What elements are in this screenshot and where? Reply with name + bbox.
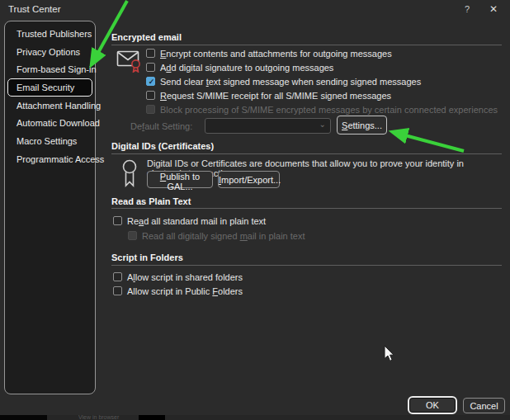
section-title-read-plain-text: Read as Plain Text	[111, 196, 191, 206]
settings-button[interactable]: Settings...	[337, 116, 387, 134]
section-title-encrypted-email: Encrypted email	[111, 32, 182, 42]
checkbox-encrypt-contents[interactable]	[146, 49, 155, 58]
trust-center-dialog: Trust Center ? ✕ Trusted Publishers Priv…	[0, 0, 510, 415]
divider	[111, 153, 502, 154]
default-setting-label: Default Setting:	[130, 121, 192, 131]
background-window-strip: View in browser	[0, 415, 510, 420]
background-segment	[0, 415, 47, 420]
ok-button[interactable]: OK	[408, 396, 457, 414]
option-row-read-standard-mail: Read all standard mail in plain text	[113, 214, 266, 228]
encrypted-envelope-icon	[116, 49, 143, 73]
script-folder-options: Allow script in shared folders Allow scr…	[113, 270, 243, 298]
sidebar-item-attachment-handling[interactable]: Attachment Handling	[7, 97, 92, 115]
checkbox-label[interactable]: Request S/MIME receipt for all S/MIME si…	[160, 91, 391, 101]
sidebar-item-macro-settings[interactable]: Macro Settings	[7, 132, 92, 150]
sidebar-item-form-based-sign-in[interactable]: Form-based Sign-in	[7, 60, 92, 78]
title-bar: Trust Center ? ✕	[0, 0, 510, 20]
sidebar-item-trusted-publishers[interactable]: Trusted Publishers	[7, 25, 92, 43]
sidebar-item-email-security[interactable]: Email Security	[7, 78, 92, 97]
chevron-down-icon: ⌄	[319, 120, 326, 129]
checkbox-label[interactable]: Add digital signature to outgoing messag…	[160, 63, 333, 73]
checkbox-read-standard-mail[interactable]	[113, 216, 122, 225]
dialog-title: Trust Center	[8, 4, 60, 14]
option-row-encrypt-contents: Encrypt contents and attachments for out…	[146, 46, 498, 60]
sidebar-item-programmatic-access[interactable]: Programmatic Access	[7, 150, 92, 168]
checkbox-allow-script-shared[interactable]	[113, 272, 122, 281]
checkbox-request-smime-receipt[interactable]	[146, 91, 155, 100]
option-row-request-smime-receipt: Request S/MIME receipt for all S/MIME si…	[146, 88, 498, 102]
option-row-add-digital-signature: Add digital signature to outgoing messag…	[146, 60, 498, 74]
checkbox-send-clear-text[interactable]	[146, 77, 155, 86]
divider	[111, 208, 502, 209]
option-row-allow-script-shared: Allow script in shared folders	[113, 270, 243, 284]
option-row-send-clear-text: Send clear text signed message when send…	[146, 74, 498, 88]
checkbox-add-digital-signature[interactable]	[146, 63, 155, 72]
divider	[111, 45, 502, 45]
background-partial-text: View in browser	[78, 415, 119, 420]
cancel-button[interactable]: Cancel	[463, 398, 505, 413]
checkbox-block-smime-processing	[146, 105, 155, 114]
background-segment	[139, 415, 165, 420]
checkbox-read-signed-mail	[128, 231, 137, 240]
close-icon[interactable]: ✕	[486, 2, 501, 17]
section-title-digital-ids: Digital IDs (Certificates)	[111, 141, 214, 151]
default-setting-dropdown: ⌄	[205, 118, 331, 134]
checkbox-label[interactable]: Read all standard mail in plain text	[127, 216, 266, 226]
sidebar-item-automatic-download[interactable]: Automatic Download	[7, 114, 92, 132]
publish-to-gal-button[interactable]: Publish to GAL...	[147, 171, 213, 188]
option-row-allow-script-public: Allow script in Public Folders	[113, 284, 243, 298]
checkbox-label[interactable]: Send clear text signed message when send…	[160, 77, 421, 87]
help-icon[interactable]: ?	[460, 2, 475, 17]
checkbox-label[interactable]: Encrypt contents and attachments for out…	[160, 49, 392, 59]
import-export-button[interactable]: Import/Export...	[218, 171, 280, 188]
sidebar-item-privacy-options[interactable]: Privacy Options	[7, 43, 92, 61]
divider	[111, 265, 502, 266]
encrypted-email-options: Encrypt contents and attachments for out…	[146, 46, 498, 116]
checkbox-label: Read all digitally signed mail in plain …	[142, 231, 305, 241]
sidebar: Trusted Publishers Privacy Options Form-…	[4, 21, 96, 394]
checkbox-label[interactable]: Allow script in Public Folders	[127, 286, 243, 296]
option-row-read-signed-mail: Read all digitally signed mail in plain …	[128, 229, 305, 243]
section-title-script-in-folders: Script in Folders	[111, 252, 183, 262]
checkbox-label[interactable]: Allow script in shared folders	[127, 272, 243, 282]
certificate-ribbon-icon	[120, 158, 139, 188]
option-row-block-smime-processing: Block processing of S/MIME encrypted mes…	[146, 102, 498, 116]
checkbox-label: Block processing of S/MIME encrypted mes…	[160, 105, 498, 115]
checkbox-allow-script-public[interactable]	[113, 286, 122, 295]
